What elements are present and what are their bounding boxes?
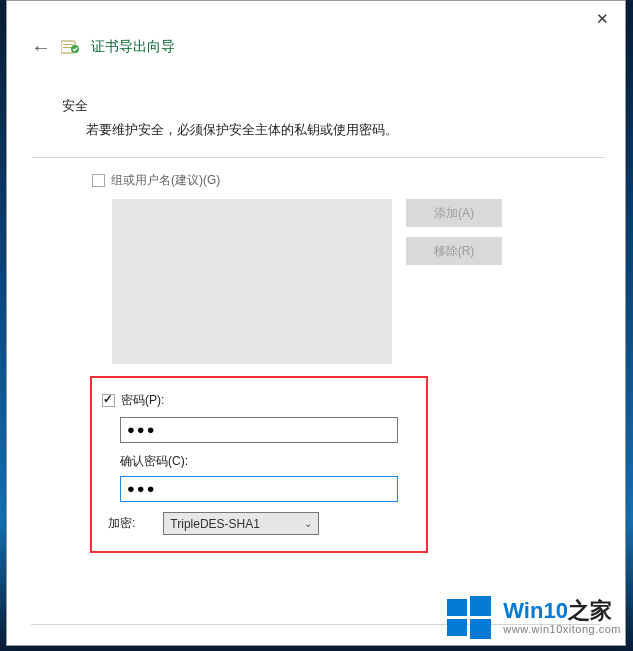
svg-rect-6 xyxy=(447,619,467,636)
confirm-password-label: 确认密码(C): xyxy=(120,453,408,470)
back-arrow-icon[interactable]: ← xyxy=(31,37,51,57)
encryption-label: 加密: xyxy=(108,515,135,532)
svg-point-3 xyxy=(71,45,79,53)
svg-rect-5 xyxy=(470,596,491,616)
divider xyxy=(32,157,605,158)
password-section-highlighted: 密码(P): ●●● 确认密码(C): ●●● 加密: TripleDES-SH… xyxy=(90,376,428,553)
security-heading: 安全 xyxy=(62,97,575,115)
password-input[interactable]: ●●● xyxy=(120,417,398,443)
chevron-down-icon: ⌄ xyxy=(304,518,312,529)
watermark-url: www.win10xitong.com xyxy=(503,623,621,636)
remove-button: 移除(R) xyxy=(406,237,502,265)
svg-rect-1 xyxy=(63,44,73,45)
watermark: Win10之家 www.win10xitong.com xyxy=(445,593,621,641)
wizard-window: ✕ ← 证书导出向导 安全 若要维护安全，必须保护安全主体的私钥或使用密码。 xyxy=(6,0,626,646)
titlebar: ✕ xyxy=(7,1,625,37)
wizard-title: 证书导出向导 xyxy=(91,38,175,56)
watermark-brand: Win10之家 xyxy=(503,598,621,623)
svg-rect-7 xyxy=(470,619,491,639)
confirm-password-input[interactable]: ●●● xyxy=(120,476,398,502)
group-checkbox[interactable] xyxy=(92,174,105,187)
wizard-header: ← 证书导出向导 xyxy=(7,37,625,67)
group-checkbox-label: 组或用户名(建议)(G) xyxy=(111,172,220,189)
group-checkbox-row[interactable]: 组或用户名(建议)(G) xyxy=(92,172,575,189)
password-label: 密码(P): xyxy=(121,392,164,409)
security-description: 若要维护安全，必须保护安全主体的私钥或使用密码。 xyxy=(86,121,575,139)
windows-logo-icon xyxy=(445,593,493,641)
password-checkbox-row[interactable]: 密码(P): xyxy=(102,392,408,409)
encryption-selected: TripleDES-SHA1 xyxy=(170,517,260,531)
password-checkbox[interactable] xyxy=(102,394,115,407)
add-button: 添加(A) xyxy=(406,199,502,227)
close-button[interactable]: ✕ xyxy=(587,10,617,28)
certificate-icon xyxy=(61,38,81,56)
group-listbox xyxy=(112,199,392,364)
encryption-dropdown[interactable]: TripleDES-SHA1 ⌄ xyxy=(163,512,319,535)
wizard-content: 安全 若要维护安全，必须保护安全主体的私钥或使用密码。 组或用户名(建议)(G)… xyxy=(7,67,625,553)
svg-rect-4 xyxy=(447,599,467,616)
